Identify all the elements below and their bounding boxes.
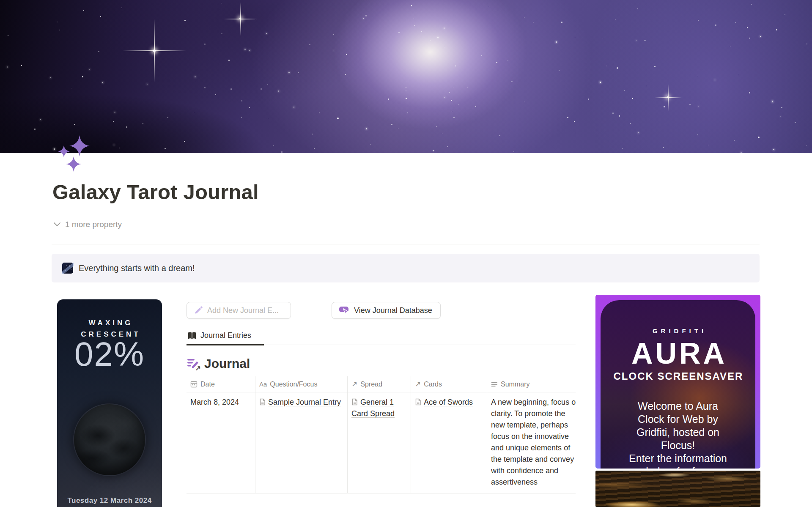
text-icon [491, 381, 498, 387]
aura-subtitle: CLOCK SCREENSAVER [601, 370, 755, 382]
add-new-journal-entry-button[interactable]: Add New Journal E... [187, 302, 291, 319]
column-header-question-focus[interactable]: Aa Question/Focus [255, 376, 348, 392]
moon-image [73, 403, 146, 476]
cell-cards[interactable]: Ace of Swords [411, 392, 487, 493]
pencil-icon [194, 306, 203, 315]
aura-title: AURA [601, 337, 755, 370]
callout-text: Everything starts with a dream! [79, 263, 195, 273]
add-new-journal-entry-label: Add New Journal E... [207, 306, 279, 315]
aura-card: GRIDFITI AURA CLOCK SCREENSAVER Welcome … [601, 300, 755, 469]
button-click-icon [339, 305, 350, 315]
view-journal-database-button[interactable]: View Journal Database [332, 302, 441, 319]
column-header-date[interactable]: Date [187, 376, 255, 392]
moon-phase-widget: WAXING CRESCENT 02% Tuesday 12 March 202… [57, 299, 162, 507]
linked-database-heading[interactable]: ↗ Journal [187, 356, 250, 371]
view-journal-database-label: View Journal Database [354, 306, 432, 315]
tab-journal-entries-label: Journal Entries [200, 331, 251, 340]
cell-date[interactable]: March 8, 2024 [187, 392, 255, 493]
callout-block[interactable]: Everything starts with a dream! [52, 254, 760, 282]
starfield [0, 0, 812, 153]
aura-clock-widget: GRIDFITI AURA CLOCK SCREENSAVER Welcome … [595, 295, 760, 469]
database-title: Journal [204, 356, 250, 371]
divider [52, 244, 760, 244]
page-link: General 1 Card Spread [351, 398, 395, 418]
relation-icon: ↗ [351, 380, 357, 389]
gridfiti-brand: GRIDFITI [601, 327, 755, 334]
page-icon [351, 398, 358, 406]
journal-compose-icon: ↗ [187, 357, 200, 370]
journal-table: Date Aa Question/Focus ↗ Spread ↗ Cards [187, 376, 576, 493]
page-link: Sample Journal Entry [268, 398, 341, 406]
table-row: March 8, 2024 Sample Journal Entry [187, 392, 576, 493]
title-icon: Aa [259, 381, 267, 388]
main-column: Add New Journal E... View Journal Databa… [187, 299, 576, 507]
water-sunset-image [595, 471, 760, 507]
page-title[interactable]: Galaxy Tarot Journal [52, 180, 259, 204]
page-icon [259, 398, 266, 406]
book-icon [187, 332, 197, 340]
moon-illumination: 02% [57, 335, 162, 374]
column-header-spread[interactable]: ↗ Spread [348, 376, 411, 392]
cover-image-galaxy [0, 0, 812, 153]
properties-toggle-label: 1 more property [65, 220, 122, 229]
view-tabs: Journal Entries [187, 331, 576, 345]
linked-arrow: ↗ [195, 364, 201, 372]
table-header-row: Date Aa Question/Focus ↗ Spread ↗ Cards [187, 376, 576, 392]
page-icon-sparkles[interactable] [55, 134, 97, 173]
cell-summary[interactable]: A new beginning, focus on clarity. To pr… [487, 392, 576, 493]
cell-question-focus[interactable]: Sample Journal Entry [255, 392, 348, 493]
notion-page: Galaxy Tarot Journal 1 more property Eve… [0, 0, 812, 507]
relation-icon: ↗ [415, 380, 421, 389]
properties-toggle[interactable]: 1 more property [53, 220, 122, 229]
tab-journal-entries[interactable]: Journal Entries [187, 331, 264, 345]
chevron-down-icon [53, 222, 61, 227]
page-icon [415, 398, 421, 406]
milky-way-emoji [62, 262, 74, 274]
aura-welcome-message: Welcome to Aura Clock for Web by Gridfit… [601, 400, 755, 469]
column-header-cards[interactable]: ↗ Cards [411, 376, 487, 392]
column-header-summary[interactable]: Summary [487, 376, 576, 392]
moon-widget-date: Tuesday 12 March 2024 [57, 496, 162, 505]
calendar-icon [190, 381, 198, 388]
cell-spread[interactable]: General 1 Card Spread [348, 392, 411, 493]
page-link: Ace of Swords [424, 398, 473, 406]
